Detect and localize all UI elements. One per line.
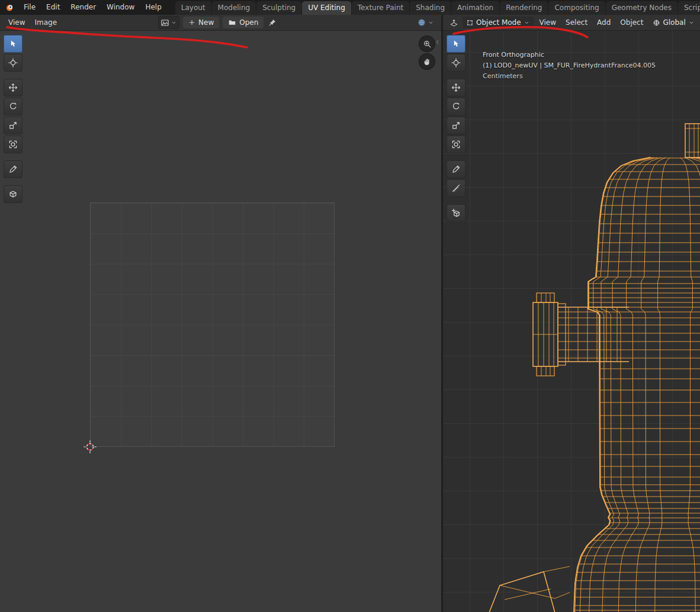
uv-tool-annotate-button[interactable] — [4, 160, 23, 178]
mode-label: Object Mode — [476, 18, 521, 27]
folder-icon — [228, 18, 236, 27]
vp-tool-annotate-button[interactable] — [447, 160, 465, 178]
uv-editor-header: View Image New Open — [0, 15, 441, 31]
mode-dropdown[interactable]: Object Mode — [463, 17, 534, 28]
scale-icon — [451, 121, 461, 130]
vp-menu-object[interactable]: Object — [615, 15, 648, 30]
uv-menu-image[interactable]: Image — [30, 15, 62, 30]
scale-icon — [8, 121, 18, 130]
tab-scripting[interactable]: Scripting — [678, 1, 700, 15]
chevron-down-icon — [524, 20, 530, 26]
vp-tool-scale-button[interactable] — [447, 117, 465, 134]
plus-icon — [188, 19, 195, 26]
tab-shading[interactable]: Shading — [410, 1, 451, 15]
object-mode-icon — [466, 19, 474, 27]
chevron-down-icon — [428, 20, 434, 26]
uv-editor: View Image New Open — [0, 15, 441, 612]
vp-tool-add-cube-button[interactable] — [447, 204, 465, 222]
tab-modeling[interactable]: Modeling — [212, 1, 256, 15]
tab-geometry-nodes[interactable]: Geometry Nodes — [606, 1, 677, 15]
image-browser-button[interactable] — [158, 16, 179, 29]
orientation-globe-icon — [653, 19, 660, 27]
vp-menu-select[interactable]: Select — [561, 15, 592, 30]
tab-layout[interactable]: Layout — [175, 1, 211, 15]
open-image-button[interactable]: Open — [223, 17, 264, 28]
display-channels-sphere-icon — [417, 18, 426, 27]
3d-canvas[interactable]: Front Orthographic (1) LOD0_newUV | SM_F… — [443, 30, 700, 612]
new-image-label: New — [198, 18, 214, 27]
tab-sculpting[interactable]: Sculpting — [256, 1, 301, 15]
select-arrow-icon — [8, 39, 18, 49]
tab-rendering[interactable]: Rendering — [500, 1, 548, 15]
menu-edit[interactable]: Edit — [41, 0, 65, 15]
tab-uv-editing[interactable]: UV Editing — [302, 1, 351, 15]
uv-tool-scale-button[interactable] — [4, 117, 23, 134]
uv-tool-tweak-select-button[interactable] — [4, 35, 23, 53]
display-channels-button[interactable] — [415, 17, 436, 28]
grab-cube-icon — [8, 189, 18, 199]
tab-animation[interactable]: Animation — [451, 1, 499, 15]
uv-menu-view[interactable]: View — [4, 15, 30, 30]
pan-button[interactable] — [419, 54, 435, 69]
3d-viewport-icon — [449, 18, 458, 27]
pan-hand-icon — [423, 57, 432, 66]
menu-file[interactable]: File — [18, 0, 41, 15]
pin-icon[interactable] — [265, 18, 280, 27]
tab-texture-paint[interactable]: Texture Paint — [352, 1, 409, 15]
vp-tool-move-button[interactable] — [447, 79, 465, 96]
collapse-sidebar-arrow[interactable] — [434, 38, 441, 47]
chevron-left-icon — [434, 38, 441, 46]
new-image-button[interactable]: New — [183, 17, 219, 28]
rotate-icon — [451, 102, 461, 111]
topbar: File Edit Render Window Help Layout Mode… — [0, 0, 700, 15]
move-icon — [451, 83, 461, 92]
measure-icon — [451, 183, 461, 193]
3d-viewport-header: Object Mode View Select Add Object Globa… — [443, 15, 700, 31]
vp-menu-add[interactable]: Add — [592, 15, 615, 30]
menu-render[interactable]: Render — [65, 0, 101, 15]
transform-icon — [451, 140, 461, 149]
vp-tool-transform-button[interactable] — [447, 136, 465, 153]
uv-tool-move-button[interactable] — [4, 79, 23, 96]
annotate-pen-icon — [8, 165, 18, 174]
cursor-icon — [451, 58, 461, 67]
chevron-down-icon — [171, 20, 177, 26]
cursor-icon — [8, 58, 18, 67]
menu-help[interactable]: Help — [140, 0, 166, 15]
zoom-icon — [423, 40, 432, 49]
blender-logo-icon[interactable] — [0, 2, 18, 12]
vp-tool-cursor-button[interactable] — [447, 54, 465, 72]
workspace-tabs: Layout Modeling Sculpting UV Editing Tex… — [175, 0, 700, 15]
menu-window[interactable]: Window — [101, 0, 140, 15]
select-arrow-icon — [451, 39, 461, 49]
uv-tool-cursor-button[interactable] — [4, 54, 23, 72]
vp-menu-view[interactable]: View — [535, 15, 561, 30]
uv-grid — [90, 202, 335, 447]
orientation-label: Global — [663, 18, 685, 27]
fire-hydrant-wireframe[interactable] — [443, 30, 700, 612]
transform-orientation-dropdown[interactable]: Global — [649, 17, 698, 28]
add-cube-icon — [451, 208, 461, 218]
uv-toolbar — [4, 35, 23, 203]
transform-icon — [8, 140, 18, 149]
image-browser-icon — [160, 18, 169, 27]
2d-cursor — [84, 440, 97, 453]
tab-compositing[interactable]: Compositing — [548, 1, 605, 15]
open-image-label: Open — [239, 18, 258, 27]
uv-tool-transform-button[interactable] — [4, 136, 23, 153]
annotate-pen-icon — [451, 165, 461, 174]
3d-toolbar — [447, 35, 465, 222]
move-icon — [8, 83, 18, 92]
vp-tool-tweak-select-button[interactable] — [447, 35, 465, 53]
editor-type-button[interactable] — [447, 18, 461, 27]
zoom-button[interactable] — [419, 36, 435, 51]
uv-canvas[interactable] — [0, 30, 441, 612]
rotate-icon — [8, 102, 18, 111]
uv-tool-rotate-button[interactable] — [4, 98, 23, 115]
uv-tool-grab-button[interactable] — [4, 185, 23, 203]
vp-tool-measure-button[interactable] — [447, 179, 465, 197]
chevron-down-icon — [688, 20, 695, 26]
3d-viewport: Object Mode View Select Add Object Globa… — [443, 15, 700, 612]
vp-tool-rotate-button[interactable] — [447, 98, 465, 115]
